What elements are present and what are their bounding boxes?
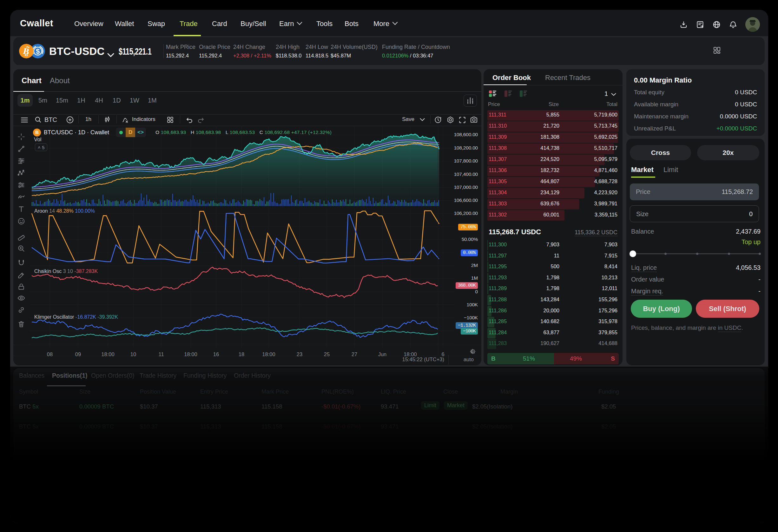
- svg-text:B: B: [35, 130, 39, 135]
- svg-text:$: $: [36, 47, 40, 55]
